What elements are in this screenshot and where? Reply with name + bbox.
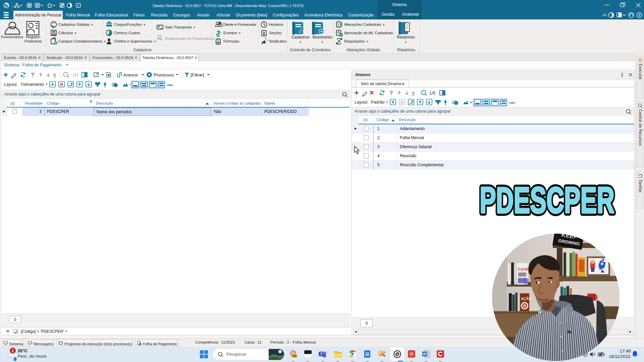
svg-text:ABC: ABC (166, 83, 173, 87)
svg-text:Tabelas Dinâmicas - 03.0.0507: Tabelas Dinâmicas - 03.0.0507 - TOTVS Li… (152, 3, 304, 8)
svg-text:ABC: ABC (508, 101, 516, 105)
svg-text:Anexos: Anexos (123, 72, 138, 77)
svg-text:PRE: PRE (292, 355, 297, 357)
svg-text:?: ? (638, 13, 641, 17)
svg-text:AÇÃO: AÇÃO (521, 297, 531, 301)
svg-text:PDESCPER: PDESCPER (480, 179, 614, 220)
svg-text:Processos: Processos (154, 72, 174, 77)
svg-text:W: W (423, 352, 426, 356)
svg-text:1/1: 1/1 (72, 72, 78, 77)
svg-text:1/5: 1/5 (429, 90, 435, 96)
svg-text:1: 1 (12, 349, 14, 353)
svg-text:C@SH: C@SH (518, 267, 529, 271)
svg-text:[Filtrar]: [Filtrar] (191, 72, 204, 77)
svg-text:T: T (320, 352, 322, 356)
